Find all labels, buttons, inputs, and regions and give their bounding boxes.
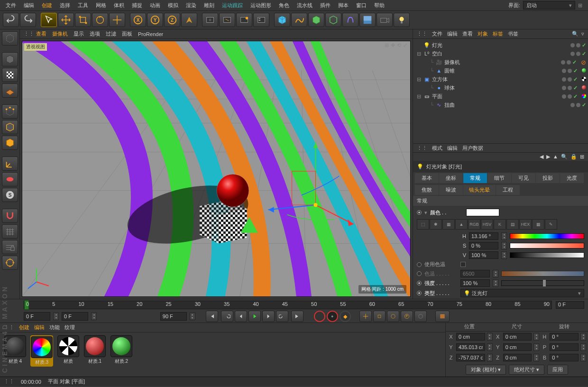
object-row[interactable]: ⊟▭平面✓ <box>413 92 588 101</box>
add-cube-button[interactable] <box>274 13 290 27</box>
menu-网格[interactable]: 网格 <box>92 1 110 10</box>
material-list[interactable]: 材质 4材质.3材质材质.1材质.2 <box>0 332 445 377</box>
color-mode-button[interactable]: ▲ <box>455 219 468 230</box>
timeline[interactable]: 051015202530354045505560657075808590 0 F <box>0 299 588 311</box>
current-frame-field[interactable] <box>24 312 50 321</box>
val-ramp[interactable] <box>510 252 584 258</box>
add-generator2-button[interactable] <box>325 13 341 27</box>
attr-menu[interactable]: 模式 <box>432 145 442 152</box>
hue-ramp[interactable] <box>510 233 584 239</box>
menu-文件[interactable]: 文件 <box>2 1 20 10</box>
tag-icon[interactable] <box>582 76 586 82</box>
sat-ramp[interactable] <box>510 243 584 249</box>
add-camera-button[interactable] <box>377 13 393 27</box>
render-pv-button[interactable] <box>236 13 252 27</box>
anim-radio[interactable] <box>417 271 422 276</box>
color-swatch[interactable] <box>466 209 499 216</box>
vp-nav-icon[interactable]: ⟲ <box>397 42 401 48</box>
scale-tool[interactable] <box>75 13 91 27</box>
attr-tab[interactable]: 工程 <box>496 185 520 195</box>
object-row[interactable]: 💡灯光✓ <box>413 41 588 49</box>
visibility-check[interactable]: ✓ <box>573 76 578 83</box>
menu-雕刻[interactable]: 雕刻 <box>200 1 218 10</box>
use-temp-checkbox[interactable] <box>460 262 466 267</box>
intensity-slider[interactable] <box>501 280 584 286</box>
end-frame-field[interactable] <box>160 312 187 321</box>
last-tool[interactable] <box>109 13 125 27</box>
attr-tab[interactable]: 噪波 <box>439 185 463 195</box>
goto-end-button[interactable] <box>291 311 303 322</box>
next-key-button[interactable] <box>276 311 288 322</box>
goto-start-button[interactable] <box>206 311 218 322</box>
material-item[interactable]: 材质.2 <box>110 335 133 365</box>
timeline-track[interactable]: 051015202530354045505560657075808590 <box>24 301 552 309</box>
make-editable-button[interactable] <box>2 31 18 46</box>
mat-menu[interactable]: 纹理 <box>64 324 75 331</box>
coord-field[interactable] <box>503 354 532 361</box>
spinner[interactable]: ▴▾ <box>487 343 493 351</box>
color-mode-button[interactable]: ⬚ <box>417 219 429 230</box>
hue-field[interactable] <box>469 232 498 240</box>
viewport-3d[interactable]: 透视视图 网格 间距 : 1000 cm ⊞ ✥ ⟲ ⤢ <box>22 41 411 297</box>
tag-icon[interactable] <box>582 93 586 99</box>
visibility-check[interactable]: ✓ <box>573 93 578 100</box>
workplane-button[interactable] <box>2 224 18 239</box>
new-icon[interactable]: ⊞ <box>580 154 584 160</box>
coord-field[interactable] <box>456 333 485 341</box>
object-row[interactable]: └🎥摄像机✓⊘ <box>413 58 588 66</box>
coord-button[interactable]: 绝对尺寸 ▾ <box>509 365 544 375</box>
nav-back-icon[interactable]: ◀ <box>540 154 543 160</box>
obj-tab[interactable]: 文件 <box>432 30 442 37</box>
attr-tab[interactable]: 镜头光晕 <box>463 185 496 195</box>
texture-mode-button[interactable] <box>2 68 18 82</box>
color-mode-button[interactable]: K <box>494 219 506 230</box>
expand-icon[interactable]: ⊟ <box>417 76 422 83</box>
obj-tab[interactable]: 查看 <box>462 30 473 37</box>
rotate-tool[interactable] <box>92 13 108 27</box>
key-pla-button[interactable] <box>414 311 427 322</box>
mat-menu[interactable]: 编辑 <box>34 324 45 331</box>
menu-窗口[interactable]: 窗口 <box>352 1 370 10</box>
object-row[interactable]: └∿扭曲✓ <box>413 101 588 109</box>
layer-dot[interactable] <box>568 86 572 90</box>
obj-tab[interactable]: 书签 <box>508 30 518 37</box>
polygons-mode-button[interactable] <box>2 136 18 150</box>
layer-dot[interactable] <box>570 103 575 107</box>
visibility-check[interactable]: ✓ <box>573 68 578 74</box>
material-item[interactable]: 材质.1 <box>83 335 106 365</box>
timeline-end-field[interactable]: 0 F <box>556 301 584 309</box>
grip-icon[interactable]: ⋮⋮ <box>24 31 30 37</box>
sat-field[interactable] <box>469 242 498 249</box>
undo-button[interactable] <box>3 13 19 27</box>
attr-tab[interactable]: 焦散 <box>415 185 439 195</box>
layer-dot[interactable] <box>561 60 565 64</box>
visibility-check[interactable]: ✓ <box>573 85 578 91</box>
layer-dot[interactable] <box>576 52 580 56</box>
spinner[interactable]: ▴▾ <box>580 333 586 341</box>
axis-x-toggle[interactable]: X <box>130 13 146 27</box>
key-scale-button[interactable] <box>373 311 386 322</box>
add-environment-button[interactable] <box>359 13 376 27</box>
vp-menu-ProRender[interactable]: ProRender <box>138 31 163 37</box>
color-mode-button[interactable]: RGB <box>468 219 480 230</box>
color-mode-button[interactable]: ▦ <box>442 219 455 230</box>
attr-tab[interactable]: 光度 <box>560 173 584 183</box>
play-button[interactable] <box>248 311 261 322</box>
coord-field[interactable] <box>550 343 579 351</box>
visibility-check[interactable]: ✓ <box>582 42 586 48</box>
snap-toggle-button[interactable]: S <box>2 188 18 202</box>
grip-icon[interactable]: ⋮⋮ <box>417 31 427 37</box>
snap-enable-button[interactable] <box>2 209 18 223</box>
layer-dot[interactable] <box>562 86 566 90</box>
nav-fwd-icon[interactable]: ▶ <box>546 154 550 160</box>
render-view-button[interactable] <box>202 13 218 27</box>
color-mode-button[interactable]: HSV <box>481 219 493 230</box>
layer-dot[interactable] <box>576 103 580 107</box>
record-button[interactable] <box>314 311 325 322</box>
intensity-field[interactable] <box>460 279 490 287</box>
coord-button[interactable]: 对象 (相对) ▾ <box>466 365 506 375</box>
spinner[interactable]: ▴▾ <box>533 354 539 361</box>
vp-nav-icon[interactable]: ⤢ <box>403 42 407 48</box>
menu-运动图形[interactable]: 运动图形 <box>247 1 275 10</box>
axis-z-toggle[interactable]: Z <box>164 13 180 27</box>
